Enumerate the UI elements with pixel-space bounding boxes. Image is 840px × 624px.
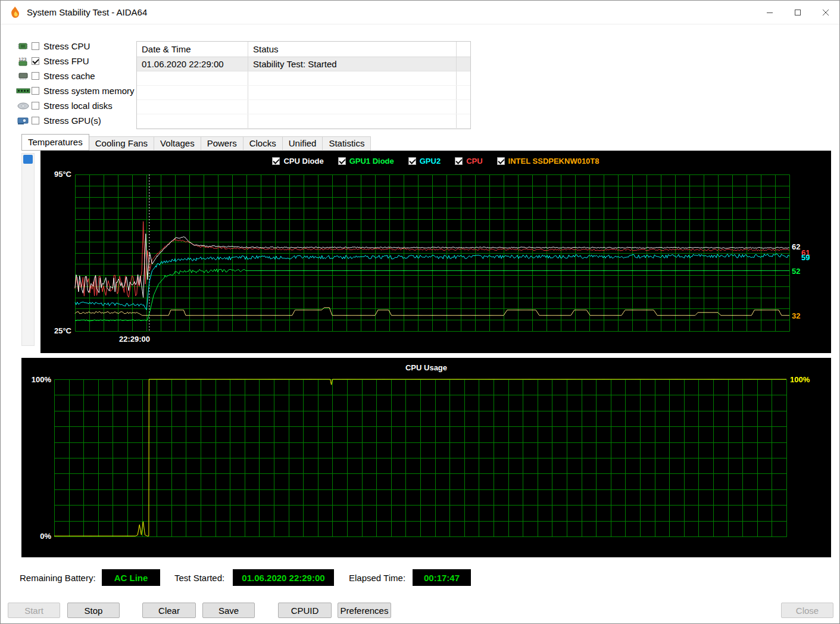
elapsed-time-label: Elapsed Time: — [349, 573, 405, 583]
stress-option-label: Stress local disks — [43, 101, 113, 111]
stress-options-list: Stress CPU123Stress FPUStress cacheStres… — [15, 39, 135, 128]
test-started-value: 01.06.2020 22:29:00 — [233, 569, 334, 586]
preferences-button[interactable]: Preferences — [338, 603, 391, 618]
tab-unified[interactable]: Unified — [282, 136, 323, 151]
legend-label: GPU1 Diode — [349, 157, 394, 166]
stress-option-label: Stress system memory — [43, 86, 135, 96]
chart-scrollbar-thumb[interactable] — [23, 155, 33, 164]
legend-label: INTEL SSDPEKNW010T8 — [508, 157, 599, 166]
stress-option-label: Stress CPU — [43, 41, 90, 51]
checkbox[interactable] — [32, 57, 39, 65]
memory-icon — [15, 88, 32, 95]
close-dialog-button: Close — [781, 603, 833, 618]
series-end-value-label: 52 — [792, 267, 800, 276]
tab-powers[interactable]: Powers — [201, 136, 243, 151]
legend-label: CPU Diode — [283, 157, 323, 166]
legend-item[interactable]: GPU2 — [408, 157, 441, 166]
button-row: Start Stop Clear Save CPUID Preferences … — [1, 603, 840, 619]
title-bar: System Stability Test - AIDA64 — [1, 1, 839, 24]
log-row-empty — [137, 86, 470, 100]
app-flame-icon — [8, 6, 21, 19]
event-log-table: Date & Time Status 01.06.2020 22:29:00 S… — [136, 41, 471, 129]
cpu-icon — [15, 42, 32, 51]
stress-option-row[interactable]: Stress GPU(s) — [15, 113, 135, 128]
log-row-empty — [137, 114, 470, 129]
temp-axis-min-label: 25°C — [40, 326, 71, 335]
stress-option-label: Stress cache — [43, 71, 95, 81]
stress-option-row[interactable]: Stress system memory — [15, 83, 135, 98]
battery-label: Remaining Battery: — [20, 573, 96, 583]
checkbox[interactable] — [32, 102, 39, 110]
log-header-status[interactable]: Status — [248, 42, 457, 57]
temp-start-time-label: 22:29:00 — [107, 335, 150, 344]
tab-bar: Temperatures Cooling Fans Voltages Power… — [21, 134, 371, 151]
checkbox[interactable] — [497, 157, 505, 165]
tab-statistics[interactable]: Statistics — [322, 136, 371, 151]
checkbox[interactable] — [32, 117, 39, 124]
legend-label: GPU2 — [420, 157, 441, 166]
tab-cooling-fans[interactable]: Cooling Fans — [89, 136, 154, 151]
usage-axis-min-label: 0% — [21, 532, 51, 541]
cpu-usage-title: CPU Usage — [21, 363, 831, 372]
log-row[interactable]: 01.06.2020 22:29:00 Stability Test: Star… — [137, 57, 470, 71]
stress-option-row[interactable]: Stress CPU — [15, 39, 135, 54]
stress-option-row[interactable]: 123Stress FPU — [15, 54, 135, 68]
battery-value: AC Line — [102, 569, 160, 586]
cpu-usage-chart — [21, 358, 831, 557]
log-cell-datetime: 01.06.2020 22:29:00 — [137, 57, 248, 71]
temperature-legend: CPU DiodeGPU1 DiodeGPU2CPUINTEL SSDPEKNW… — [40, 157, 831, 166]
cpuid-button[interactable]: CPUID — [278, 603, 332, 618]
series-end-value-label: 62 — [792, 242, 800, 251]
checkbox[interactable] — [455, 157, 463, 165]
cpu-usage-chart-panel: CPU Usage 100% 0% 100% — [21, 358, 831, 557]
log-header-datetime[interactable]: Date & Time — [137, 42, 248, 57]
minimize-button[interactable] — [755, 1, 783, 24]
temp-axis-max-label: 95°C — [40, 170, 71, 179]
log-header-spacer — [457, 42, 470, 57]
tab-temperatures[interactable]: Temperatures — [21, 134, 89, 151]
tab-voltages[interactable]: Voltages — [154, 136, 201, 151]
stress-option-label: Stress GPU(s) — [43, 116, 101, 126]
save-button[interactable]: Save — [202, 603, 255, 618]
stop-button[interactable]: Stop — [67, 603, 120, 618]
app-window: System Stability Test - AIDA64 Stress CP… — [0, 0, 840, 624]
maximize-button[interactable] — [783, 1, 811, 24]
disk-icon — [15, 102, 32, 110]
checkbox[interactable] — [338, 157, 346, 165]
close-button[interactable] — [811, 1, 839, 24]
cache-icon — [15, 72, 32, 80]
checkbox[interactable] — [272, 157, 280, 165]
chart-vertical-scrollbar[interactable] — [21, 153, 35, 346]
stress-option-label: Stress FPU — [43, 56, 89, 66]
checkbox[interactable] — [32, 72, 39, 80]
legend-item[interactable]: CPU — [455, 157, 482, 166]
start-button: Start — [8, 603, 60, 618]
series-end-value-label: 59 — [801, 253, 810, 262]
checkbox[interactable] — [32, 87, 39, 95]
window-controls — [755, 1, 839, 24]
legend-item[interactable]: INTEL SSDPEKNW010T8 — [497, 157, 599, 166]
test-started-label: Test Started: — [174, 573, 224, 583]
window-title: System Stability Test - AIDA64 — [27, 7, 147, 17]
stress-option-row[interactable]: Stress local disks — [15, 98, 135, 113]
log-table-header: Date & Time Status — [137, 42, 470, 57]
temperature-chart — [40, 151, 831, 353]
log-table-body: 01.06.2020 22:29:00 Stability Test: Star… — [137, 57, 470, 129]
log-cell-status: Stability Test: Started — [248, 57, 457, 71]
series-end-value-label: 32 — [792, 311, 800, 320]
legend-label: CPU — [466, 157, 482, 166]
tab-clocks[interactable]: Clocks — [243, 136, 283, 151]
checkbox[interactable] — [408, 157, 416, 165]
legend-item[interactable]: CPU Diode — [272, 157, 323, 166]
temperature-chart-panel: CPU DiodeGPU1 DiodeGPU2CPUINTEL SSDPEKNW… — [40, 151, 831, 353]
stress-option-row[interactable]: Stress cache — [15, 68, 135, 83]
checkbox[interactable] — [32, 42, 39, 50]
usage-right-value-label: 100% — [790, 375, 810, 384]
gpu-icon — [15, 116, 32, 126]
clear-button[interactable]: Clear — [142, 603, 196, 618]
usage-axis-max-label: 100% — [21, 375, 51, 384]
log-row-empty — [137, 100, 470, 114]
elapsed-time-value: 00:17:47 — [413, 569, 471, 586]
status-bar: Remaining Battery: AC Line Test Started:… — [1, 569, 840, 587]
legend-item[interactable]: GPU1 Diode — [338, 157, 394, 166]
